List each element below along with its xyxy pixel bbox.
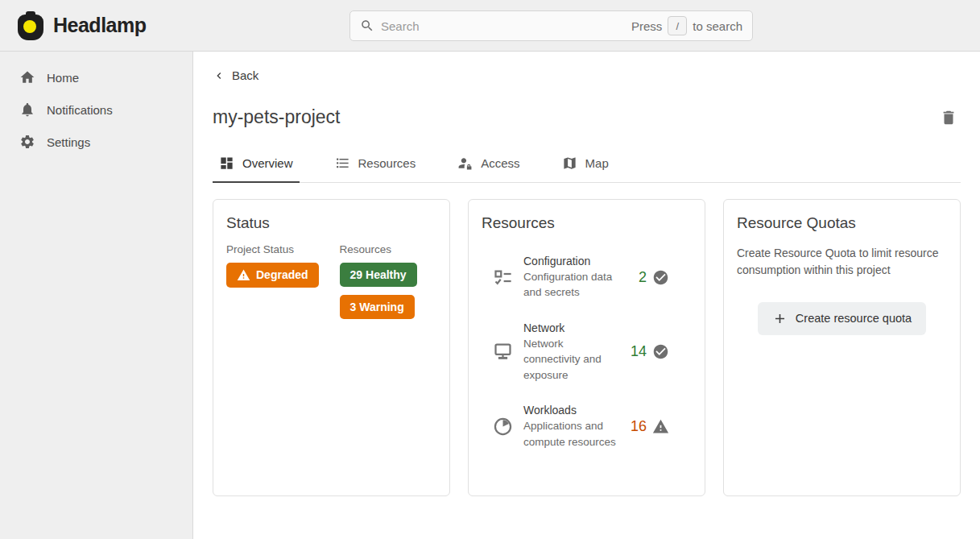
main-content: Back my-pets-project Overview Reso <box>193 52 980 539</box>
resource-name: Workloads <box>523 404 618 417</box>
resource-quotas-card-title: Resource Quotas <box>737 214 947 232</box>
back-label: Back <box>232 68 258 82</box>
global-search[interactable]: Press / to search <box>349 10 753 41</box>
resources-card: Resources Configuration Configuration da… <box>468 199 705 496</box>
resource-row-workloads[interactable]: Workloads Applications and compute resou… <box>482 404 692 450</box>
checklist-icon <box>482 267 523 288</box>
resource-name: Configuration <box>523 255 618 267</box>
sidebar-item-notifications[interactable]: Notifications <box>0 93 192 126</box>
resource-quotas-description: Create Resource Quota to limit resource … <box>737 245 947 280</box>
map-icon <box>562 155 577 171</box>
project-status-column: Project Status Degraded <box>226 243 319 327</box>
tab-resources[interactable]: Resources <box>329 149 423 183</box>
hint-prefix: Press <box>631 19 662 33</box>
create-resource-quota-button[interactable]: Create resource quota <box>758 302 926 335</box>
check-circle-icon <box>652 343 669 360</box>
tab-map[interactable]: Map <box>556 149 615 183</box>
badge-text: 3 Warning <box>350 301 404 313</box>
hint-suffix: to search <box>693 19 742 33</box>
headlamp-logo-icon <box>16 10 45 42</box>
search-shortcut-hint: Press / to search <box>631 16 742 35</box>
home-icon <box>19 69 35 85</box>
resource-quotas-card: Resource Quotas Create Resource Quota to… <box>723 199 961 496</box>
button-label: Create resource quota <box>796 312 912 325</box>
page-title: my-pets-project <box>213 106 340 128</box>
resource-name: Network <box>523 321 618 334</box>
project-status-badge: Degraded <box>226 263 319 288</box>
resources-status-column: Resources 29 Healthy 3 Warning <box>340 243 417 327</box>
gear-icon <box>19 134 35 150</box>
list-icon <box>335 155 350 171</box>
bell-icon <box>19 102 35 118</box>
sidebar-item-settings[interactable]: Settings <box>0 126 192 158</box>
resources-card-title: Resources <box>482 214 692 232</box>
status-card-title: Status <box>226 214 436 232</box>
badge-text: 29 Healthy <box>350 268 407 281</box>
plus-icon <box>772 311 788 326</box>
resource-count: 2 <box>639 269 647 286</box>
tab-label: Access <box>481 156 519 170</box>
trash-icon <box>940 109 957 126</box>
warning-icon <box>652 418 669 435</box>
resources-status-label: Resources <box>340 243 417 255</box>
resource-description: Network connectivity and exposure <box>523 336 618 384</box>
tab-access[interactable]: Access <box>451 149 526 183</box>
search-icon <box>360 19 374 33</box>
tab-bar: Overview Resources Access Map <box>213 149 961 183</box>
sidebar-item-label: Notifications <box>47 103 113 117</box>
person-lock-icon <box>457 155 473 171</box>
app-logo: Headlamp <box>0 10 146 42</box>
resource-row-network[interactable]: Network Network connectivity and exposur… <box>482 321 692 384</box>
back-button[interactable]: Back <box>213 68 258 82</box>
healthy-badge: 29 Healthy <box>340 263 417 287</box>
resource-count: 16 <box>631 418 647 435</box>
network-icon <box>482 341 523 363</box>
status-card: Status Project Status Degraded Resources <box>213 199 450 496</box>
resource-description: Applications and compute resources <box>523 418 618 450</box>
sidebar-item-home[interactable]: Home <box>0 61 192 93</box>
chevron-left-icon <box>213 69 225 82</box>
sidebar-item-label: Home <box>47 71 79 85</box>
slash-keycap: / <box>668 16 687 35</box>
resource-count: 14 <box>631 343 647 360</box>
search-input[interactable] <box>381 19 625 33</box>
warning-badge: 3 Warning <box>340 295 415 319</box>
tab-label: Overview <box>242 156 293 170</box>
sidebar-item-label: Settings <box>47 135 90 149</box>
dashboard-icon <box>219 155 234 171</box>
resource-row-configuration[interactable]: Configuration Configuration data and sec… <box>482 255 692 301</box>
workloads-icon <box>482 416 523 437</box>
topbar: Headlamp Press / to search <box>0 0 980 52</box>
tab-overview[interactable]: Overview <box>213 149 300 183</box>
app-name: Headlamp <box>53 14 146 37</box>
sidebar: Home Notifications Settings <box>0 52 193 539</box>
warning-icon <box>237 268 250 282</box>
check-circle-icon <box>652 269 669 286</box>
badge-text: Degraded <box>256 268 308 281</box>
delete-project-button[interactable] <box>937 106 961 130</box>
project-status-label: Project Status <box>226 243 319 255</box>
tab-label: Map <box>585 156 609 170</box>
tab-label: Resources <box>358 156 416 170</box>
resource-description: Configuration data and secrets <box>523 269 618 301</box>
